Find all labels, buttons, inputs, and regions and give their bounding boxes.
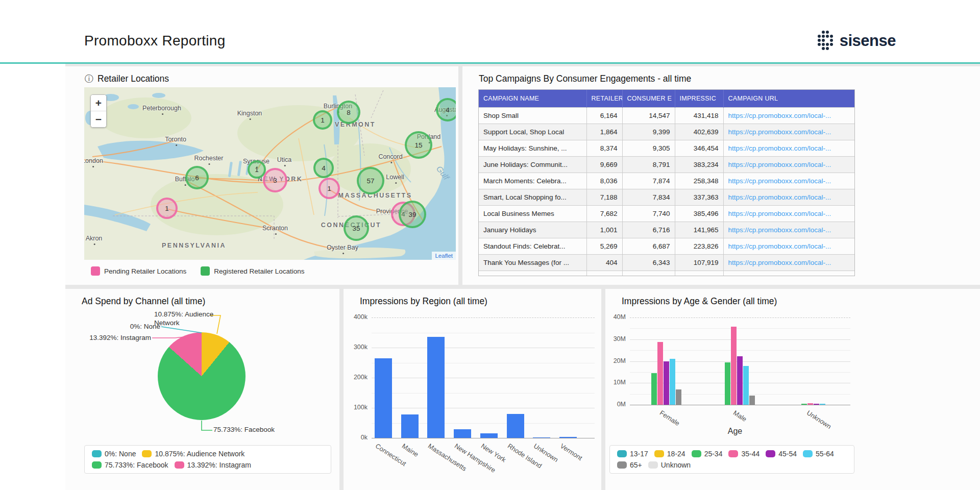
region-bar-Massachusetts[interactable] [427,337,445,438]
age-bar-Female-25-34[interactable] [651,373,657,405]
retailers-cell: 6,164 [586,107,622,124]
campaign-url-link[interactable]: https://cp.promoboxx.com/local-... [728,193,831,201]
map-zoom-control: + − [90,94,107,128]
map-marker-registered[interactable]: 57 [357,167,384,194]
leaflet-map[interactable]: + − PeterboroughKingstonBurlingtonAugust… [84,87,456,260]
map-marker-pending[interactable]: 3 [263,168,287,192]
campaign-url-link[interactable]: https://cp.promoboxx.com/local-... [728,210,831,217]
campaign-url-link[interactable]: https://cp.promoboxx.com/local-... [728,275,831,276]
campaign-url-link[interactable]: https://cp.promoboxx.com/local-... [728,177,831,185]
age-bar-Unknown-25-34[interactable] [801,404,807,405]
age-bar-Male-45-54[interactable] [737,356,743,405]
info-icon[interactable]: ⓘ [85,75,93,83]
dashboard-content: ⓘ Retailer Locations [65,64,980,490]
legend-label: Pending Retailer Locations [104,267,186,275]
age-bar-Male-25-34[interactable] [725,362,730,405]
region-bar-Rhode Island[interactable] [507,414,524,438]
map-marker-pending[interactable]: 1 [318,178,340,199]
table-row: Local Business Memes7,6827,740385,496htt… [479,205,854,222]
region-bar-New Hampshire[interactable] [454,429,471,438]
age-legend-item[interactable]: 45-54 [766,450,797,458]
map-city-label: Rochester [194,155,224,162]
age-legend-item[interactable]: 13-17 [617,450,648,458]
map-city-label: Oyster Bay [327,244,358,251]
region-bar-Maine[interactable] [401,414,419,438]
campaign-url-link[interactable]: https://cp.promoboxx.com/local-... [728,259,831,266]
map-marker-pending[interactable]: 1 [156,198,178,219]
retailer-locations-panel: ⓘ Retailer Locations [65,66,458,285]
pie-legend-item[interactable]: 0%: None [92,450,136,458]
map-zoom-out-button[interactable]: − [91,111,106,127]
age-legend-item[interactable]: Unknown [648,461,691,469]
region-bar-Connecticut[interactable] [375,358,392,438]
campaign-url-cell: https://cp.promoboxx.com/local-... [723,222,854,238]
legend-swatch [201,266,210,276]
column-header[interactable]: IMPRESSIC [675,90,723,107]
ad-spend-pie[interactable] [158,332,246,420]
map-marker-registered[interactable]: 4 [313,158,334,178]
age-bar-Female-45-54[interactable] [664,361,669,405]
region-bar-New York[interactable] [480,433,498,438]
campaign-name-cell: January Holidays [479,222,586,238]
campaign-url-cell: https://cp.promoboxx.com/local-... [723,156,854,173]
map-marker-registered[interactable]: 1 [313,110,332,130]
campaign-url-link[interactable]: https://cp.promoboxx.com/local-... [728,144,831,152]
impressions-cell: 431,418 [675,107,723,124]
top-campaigns-title-text: Top Campaigns By Consumer Engagements - … [479,74,691,84]
pie-legend-item[interactable]: 10.875%: Audience Network [142,450,244,458]
leaflet-link[interactable]: Leaflet [435,253,453,259]
campaign-url-link[interactable]: https://cp.promoboxx.com/local-... [728,226,831,234]
age-legend-item[interactable]: 18-24 [654,450,685,458]
age-legend-item[interactable]: 25-34 [692,450,723,458]
map-marker-registered[interactable]: 39 [399,201,426,228]
age-bar-Female-55-64[interactable] [670,359,675,405]
campaign-name-cell: Smart, Local Shopping fo... [479,189,586,205]
impressions-cell: 383,234 [675,156,723,173]
column-header[interactable]: CAMPAIGN URL [723,90,854,107]
map-marker-registered[interactable]: 15 [405,131,432,159]
campaign-url-link[interactable]: https://cp.promoboxx.com/local-... [728,128,831,136]
age-bar-Female-65+[interactable] [676,389,681,405]
pie-legend-item[interactable]: 75.733%: Facebook [92,461,168,469]
age-bar-Unknown-45-54[interactable] [814,404,819,405]
age-bar-Male-55-64[interactable] [743,366,749,405]
map-marker-registered[interactable]: 35 [344,215,369,241]
column-header[interactable]: CAMPAIGN NAME [479,90,586,107]
top-campaigns-panel: Top Campaigns By Consumer Engagements - … [462,66,980,285]
gridline-minor [372,333,595,333]
region-bar-Vermont[interactable] [559,437,577,438]
age-bar-Female-35-44[interactable] [657,342,663,405]
legend-label: 45-54 [778,450,797,458]
campaigns-table-wrap[interactable]: CAMPAIGN NAMERETAILERCONSUMER EIMPRESSIC… [478,89,855,276]
age-bar-Male-65+[interactable] [749,396,755,405]
map-zoom-in-button[interactable]: + [91,95,106,111]
pie-callout-line [202,421,212,430]
logo-dot [830,35,833,38]
y-axis-tick: 200k [345,374,368,381]
legend-swatch [648,461,658,469]
legend-label: 18-24 [667,450,685,458]
map-marker-registered[interactable]: 6 [185,166,209,189]
campaign-url-link[interactable]: https://cp.promoboxx.com/local-... [728,242,831,250]
column-header[interactable]: CONSUMER E [622,90,675,107]
y-axis-tick: 100k [345,404,368,411]
age-legend-item[interactable]: 55-64 [803,450,834,458]
logo-dot [818,35,821,38]
age-bar-Unknown-55-64[interactable] [820,404,825,405]
age-legend-item[interactable]: 35-44 [728,450,760,458]
ad-spend-title-text: Ad Spend by Channel (all time) [82,296,205,307]
campaign-url-cell: https://cp.promoboxx.com/local-... [723,124,854,140]
engagements-cell: 9,399 [622,124,675,140]
campaign-url-link[interactable]: https://cp.promoboxx.com/local-... [728,112,831,119]
age-legend-item[interactable]: 65+ [617,461,642,469]
map-marker-registered[interactable]: 4 [436,98,456,121]
column-header[interactable]: RETAILER [586,90,622,107]
engagements-cell: 9,305 [622,140,675,156]
age-bar-Unknown-35-44[interactable] [807,403,813,405]
pie-legend-item[interactable]: 13.392%: Instagram [175,461,251,469]
campaign-url-link[interactable]: https://cp.promoboxx.com/local-... [728,161,831,168]
map-marker-registered[interactable]: 8 [337,101,360,124]
age-bar-Male-35-44[interactable] [731,327,737,405]
logo-dot [818,31,821,34]
region-bar-Unknown[interactable] [533,437,550,438]
